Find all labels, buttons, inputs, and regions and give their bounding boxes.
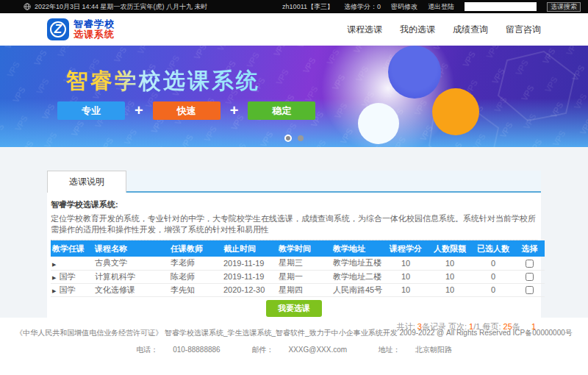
footer-line2: 电话：010-88888886 邮件：XXXG@XXX.com 地址：北京朝阳路 — [0, 345, 588, 355]
row-teacher: 李先知 — [169, 283, 222, 296]
logout-link[interactable]: 退出登陆 — [428, 2, 454, 12]
table-row: ▶ 古典文学 李老师 2019-11-19 星期三 教学地址五楼 10 10 0 — [51, 257, 545, 270]
row-teaching-time: 星期一 — [277, 270, 331, 283]
site-header: Z 智睿学校 选课系统 课程选课 我的选课 成绩查询 留言咨询 — [0, 13, 588, 46]
nav-item-course-select[interactable]: 课程选课 — [347, 24, 382, 36]
row-expand-icon[interactable]: ▶ — [52, 275, 56, 280]
nav-item-messages[interactable]: 留言咨询 — [506, 24, 541, 36]
footer-address: 北京朝阳路 — [415, 346, 452, 354]
row-credit: 10 — [384, 257, 428, 270]
main-content: 选课说明 智睿学校选课系统: 定位学校教育开发的系统，专业针对的中学，大专院校学… — [0, 147, 588, 318]
row-course-name: 计算机科学 — [93, 270, 169, 283]
row-credit: 10 — [384, 283, 428, 296]
col-limit: 人数限额 — [428, 240, 472, 257]
banner-title: 智睿学校选课系统 — [66, 66, 260, 96]
main-nav: 课程选课 我的选课 成绩查询 留言咨询 — [347, 24, 541, 36]
credits-value: 0 — [377, 3, 381, 10]
row-select-checkbox[interactable] — [526, 260, 534, 268]
col-credit: 课程学分 — [384, 240, 428, 257]
row-category: 国学 — [59, 272, 75, 281]
decorative-blue-circle — [388, 46, 441, 99]
row-teacher: 陈老师 — [169, 270, 222, 283]
row-teaching-time: 星期三 — [277, 257, 331, 270]
copyright-text: 智睿学校选课系统_学生选课系统_智睿软件_致力于中小企事业系统开发 2009-2… — [165, 329, 511, 337]
logo-title-line1: 智睿学校 — [74, 19, 115, 29]
col-teaching-time: 教学时间 — [277, 240, 331, 257]
plus-separator: + — [135, 102, 143, 119]
change-password-link[interactable]: 密码修改 — [391, 2, 417, 12]
row-limit: 10 — [428, 257, 472, 270]
row-expand-icon[interactable]: ▶ — [52, 262, 56, 267]
carousel-dot-1[interactable] — [284, 135, 292, 142]
enroll-button[interactable]: 我要选课 — [266, 300, 322, 317]
row-deadline: 2019-11-19 — [222, 270, 277, 283]
row-course-name: 文化选修课 — [93, 283, 169, 296]
username-label: zh10011【李三】 — [282, 2, 334, 12]
carousel-dot-2[interactable] — [298, 135, 304, 141]
hero-banner: VPS VPS 智睿学校选课系统 专业 + 快速 + 稳定 — [0, 46, 588, 147]
top-status-bar: 2022年10月3日 14:44 星期一农历壬寅年(虎) 八月十九 未时 zh1… — [0, 0, 588, 13]
icp-number: ICP备00000000号 — [513, 329, 573, 337]
credits-label: 选修学分：0 — [344, 2, 381, 12]
site-logo[interactable]: Z 智睿学校 选课系统 — [47, 18, 115, 40]
vps-watermark-pattern: VPS VPS — [0, 46, 588, 147]
row-selected-count: 0 — [472, 270, 514, 283]
decorative-orange-circle — [432, 88, 479, 135]
col-teacher: 任课教师 — [169, 240, 222, 257]
globe-icon — [24, 3, 31, 10]
badge-stable: 稳定 — [248, 101, 315, 120]
intro-body: 定位学校教育开发的系统，专业针对的中学，大专院校学生在线选课，成绩查询系统，为综… — [51, 213, 537, 235]
row-expand-icon[interactable]: ▶ — [52, 288, 56, 293]
row-selected-count: 0 — [472, 257, 514, 270]
col-selected-count: 已选人数 — [472, 240, 514, 257]
nav-item-my-courses[interactable]: 我的选课 — [400, 24, 435, 36]
banner-badges: 专业 + 快速 + 稳定 — [57, 101, 315, 120]
row-credit: 10 — [384, 270, 428, 283]
row-limit: 10 — [428, 283, 472, 296]
col-address: 教学地址 — [331, 240, 384, 257]
nav-item-grades[interactable]: 成绩查询 — [453, 24, 488, 36]
footer-line1: 《中华人民共和国增值电信业务经营许可证》 智睿学校选课系统_学生选课系统_智睿软… — [0, 328, 588, 338]
course-search-input[interactable] — [465, 2, 537, 11]
row-select-checkbox[interactable] — [526, 273, 534, 281]
row-deadline: 2020-12-30 — [222, 283, 277, 296]
intro-heading: 智睿学校选课系统: — [51, 199, 537, 210]
license-link[interactable]: 《中华人民共和国增值电信业务经营许可证》 — [15, 329, 162, 337]
course-table: 教学任课 课程名称 任课教师 截止时间 教学时间 教学地址 课程学分 人数限额 … — [51, 240, 545, 297]
row-address: 教学地址二楼 — [331, 270, 384, 283]
row-teacher: 李老师 — [169, 257, 222, 270]
logo-z-icon: Z — [47, 18, 69, 40]
table-row: ▶国学 计算机科学 陈老师 2019-11-19 星期一 教学地址二楼 10 1… — [51, 270, 545, 283]
col-teaching-class: 教学任课 — [51, 240, 93, 257]
footer-phone: 010-88888886 — [173, 346, 220, 354]
row-limit: 10 — [428, 270, 472, 283]
row-deadline: 2019-11-19 — [222, 257, 277, 270]
carousel-dots — [284, 135, 304, 142]
row-category: 国学 — [59, 285, 75, 294]
row-teaching-time: 星期四 — [277, 283, 331, 296]
row-address: 教学地址五楼 — [331, 257, 384, 270]
col-choose: 选择 — [514, 240, 545, 257]
course-search-button[interactable]: 选课搜索 — [547, 2, 581, 12]
logo-title-line2: 选课系统 — [74, 29, 115, 40]
tab-strip: 选课说明 — [47, 171, 541, 193]
row-address: 人民南路45号 — [331, 283, 384, 296]
table-row: ▶国学 文化选修课 李先知 2020-12-30 星期四 人民南路45号 10 … — [51, 283, 545, 296]
badge-fast: 快速 — [153, 101, 220, 120]
table-header-row: 教学任课 课程名称 任课教师 截止时间 教学时间 教学地址 课程学分 人数限额 … — [51, 240, 545, 257]
tab-course-instructions[interactable]: 选课说明 — [47, 171, 126, 193]
footer-email: XXXG@XXX.com — [288, 346, 347, 354]
decorative-white-circle — [358, 103, 399, 144]
datetime-text: 2022年10月3日 14:44 星期一农历壬寅年(虎) 八月十九 未时 — [35, 2, 208, 12]
col-deadline: 截止时间 — [222, 240, 277, 257]
row-course-name: 古典文学 — [93, 257, 169, 270]
badge-professional: 专业 — [57, 101, 125, 120]
row-selected-count: 0 — [472, 283, 514, 296]
row-select-checkbox[interactable] — [526, 286, 534, 294]
plus-separator: + — [230, 102, 239, 119]
col-course-name: 课程名称 — [93, 240, 169, 257]
